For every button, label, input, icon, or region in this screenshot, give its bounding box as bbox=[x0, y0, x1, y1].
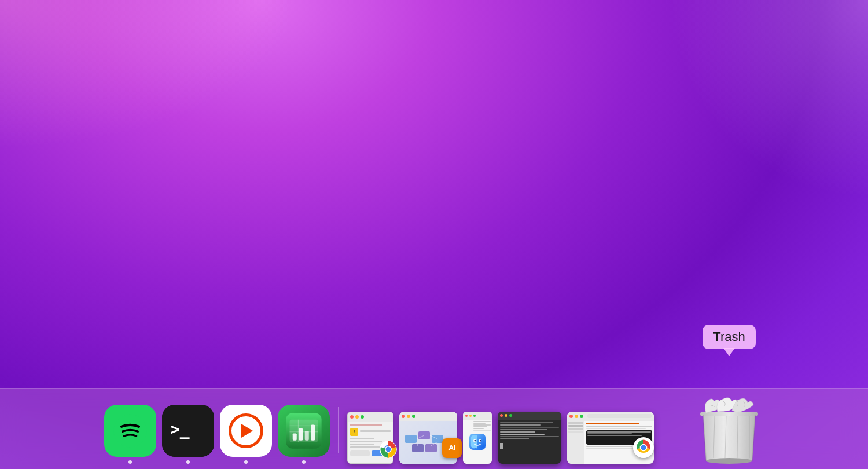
numbers-logo bbox=[284, 411, 324, 451]
numbers-dot bbox=[302, 460, 306, 464]
dock-window-dialog[interactable]: ! bbox=[347, 412, 393, 464]
spotify-dot bbox=[128, 460, 132, 464]
infuse-dot bbox=[244, 460, 248, 464]
trash-can-svg bbox=[694, 389, 764, 464]
terminal-icon: >_ bbox=[162, 405, 214, 457]
svg-point-31 bbox=[474, 439, 476, 441]
dock-window-browser[interactable] bbox=[567, 412, 654, 464]
play-triangle bbox=[241, 424, 253, 438]
svg-point-32 bbox=[480, 439, 481, 441]
finder-window-thumb bbox=[463, 412, 492, 464]
numbers-icon bbox=[278, 405, 330, 457]
dock-icon-terminal[interactable]: >_ bbox=[162, 405, 214, 464]
terminal-large-thumb bbox=[498, 412, 561, 464]
dock-inner: >_ bbox=[104, 389, 764, 470]
dock-window-iso[interactable]: Ai bbox=[399, 412, 457, 464]
dock-window-terminal-large[interactable] bbox=[498, 412, 561, 464]
svg-point-15 bbox=[386, 446, 391, 452]
spotify-icon bbox=[104, 405, 156, 457]
play-circle bbox=[229, 413, 263, 448]
chrome-icon-overlay bbox=[633, 437, 654, 458]
dock-icon-infuse[interactable] bbox=[220, 405, 272, 464]
svg-point-35 bbox=[641, 445, 646, 450]
spotify-logo bbox=[113, 413, 148, 448]
terminal-dot bbox=[186, 460, 190, 464]
svg-point-40 bbox=[706, 458, 752, 464]
svg-rect-7 bbox=[305, 431, 309, 441]
svg-rect-6 bbox=[299, 428, 303, 440]
trash-icon bbox=[694, 389, 764, 464]
svg-rect-28 bbox=[476, 435, 477, 448]
svg-rect-20 bbox=[425, 444, 437, 452]
dock-trash[interactable]: Trash bbox=[694, 389, 764, 464]
svg-rect-8 bbox=[311, 424, 315, 440]
svg-rect-41 bbox=[700, 412, 758, 416]
infuse-icon bbox=[220, 405, 272, 457]
svg-text:>_: >_ bbox=[170, 420, 190, 439]
ai-overlay-icon: Ai bbox=[442, 438, 462, 458]
svg-rect-16 bbox=[405, 435, 417, 443]
dock-window-finder[interactable] bbox=[463, 412, 492, 464]
svg-rect-5 bbox=[293, 433, 297, 440]
trash-tooltip: Trash bbox=[703, 325, 755, 349]
terminal-logo: >_ bbox=[162, 405, 214, 457]
dock-separator bbox=[338, 407, 339, 453]
finder-face-icon bbox=[463, 433, 492, 451]
dock: >_ bbox=[0, 388, 868, 469]
dock-icon-numbers[interactable] bbox=[278, 405, 330, 464]
trash-tooltip-label: Trash bbox=[713, 329, 745, 344]
chrome-overlay-icon bbox=[380, 441, 397, 458]
dock-icon-spotify[interactable] bbox=[104, 405, 156, 464]
